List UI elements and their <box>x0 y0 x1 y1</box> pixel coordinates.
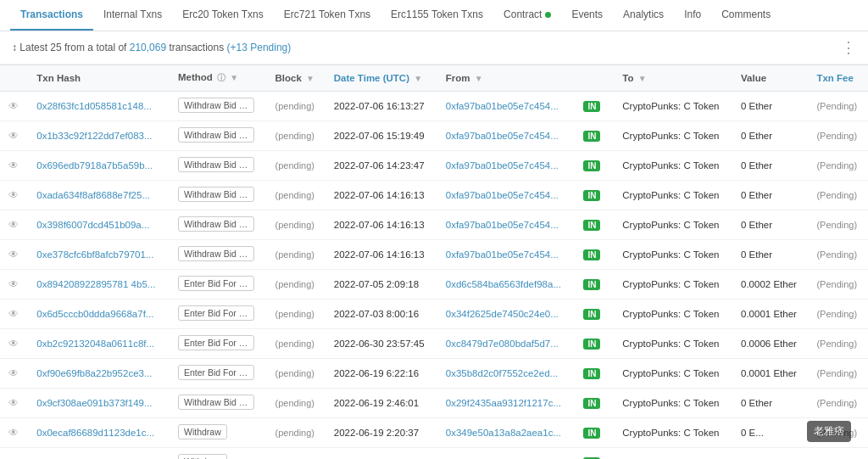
from-address-link[interactable]: 0xfa97ba01be05e7c454... <box>446 131 559 141</box>
txn-hash-link[interactable]: 0xf90e69fb8a22b952ce3... <box>36 368 152 378</box>
hash-cell: 0xb2c92132048a0611c8f... <box>28 329 170 359</box>
eye-icon[interactable]: 👁 <box>8 249 19 260</box>
tab-erc1155-label: Erc1155 Token Txns <box>391 8 483 20</box>
from-cell: 0xfa97ba01be05e7c454... <box>437 210 576 240</box>
tab-contract[interactable]: Contract <box>493 0 561 31</box>
method-cell: Enter Bid For Pu... <box>170 299 267 329</box>
from-address-link[interactable]: 0xc8479d7e080bdaf5d7... <box>446 339 559 349</box>
eye-icon[interactable]: 👁 <box>8 219 19 231</box>
block-cell: (pending) <box>267 329 326 359</box>
txn-hash-link[interactable]: 0xada634f8af8688e7f25... <box>36 190 150 200</box>
eye-icon[interactable]: 👁 <box>8 130 19 142</box>
fee-value: (Pending) <box>816 339 857 349</box>
eye-icon[interactable]: 👁 <box>8 338 19 350</box>
eye-icon[interactable]: 👁 <box>8 367 19 379</box>
col-to: To ▼ <box>614 65 732 92</box>
watermark: 老雅痞 <box>807 421 851 442</box>
fee-value: (Pending) <box>816 220 857 230</box>
table-row: 👁 0xe378cfc6bf8afcb79701... Withdraw Bid… <box>0 240 868 270</box>
eye-icon[interactable]: 👁 <box>8 100 19 112</box>
block-value: (pending) <box>275 309 314 319</box>
from-address-link[interactable]: 0xfa97ba01be05e7c454... <box>446 160 559 171</box>
txn-hash-link[interactable]: 0xe378cfc6bf8afcb79701... <box>36 249 153 260</box>
table-row: 👁 0x1b33c92f122dd7ef083... Withdraw Bid … <box>0 121 868 151</box>
from-address-link[interactable]: 0xfa97ba01be05e7c454... <box>446 249 559 260</box>
txn-hash-link[interactable]: 0x28f63fc1d058581c148... <box>36 101 152 111</box>
tab-erc1155[interactable]: Erc1155 Token Txns <box>381 0 493 31</box>
from-address-link[interactable]: 0xfa97ba01be05e7c454... <box>446 101 559 111</box>
datetime-cell: 2022-06-19 2:46:01 <box>326 389 437 418</box>
tab-contract-label: Contract <box>504 8 542 20</box>
txn-hash-link[interactable]: 0x6d5cccb0ddda9668a7f... <box>36 309 153 319</box>
eye-icon[interactable]: 👁 <box>8 160 19 171</box>
col-datetime[interactable]: Date Time (UTC) ▼ <box>326 65 437 92</box>
method-filter-icon[interactable]: ▼ <box>230 73 238 82</box>
from-address-link[interactable]: 0x349e50a13a8a2aea1c... <box>446 428 561 438</box>
tab-events[interactable]: Events <box>561 0 613 31</box>
method-cell: Enter Bid For Pu... <box>170 359 267 389</box>
direction-cell: IN <box>575 359 614 389</box>
from-filter-icon[interactable]: ▼ <box>475 74 483 83</box>
in-badge: IN <box>583 249 600 260</box>
eye-cell: 👁 <box>0 210 28 240</box>
txn-hash-link[interactable]: 0x894208922895781 4b5... <box>36 279 155 289</box>
block-value: (pending) <box>275 131 314 141</box>
eye-icon[interactable]: 👁 <box>8 278 19 290</box>
in-badge: IN <box>583 279 600 290</box>
from-cell: 0xfa97ba01be05e7c454... <box>437 151 576 181</box>
datetime-cell: 2022-07-06 14:16:13 <box>326 240 437 270</box>
value-cell: 0 Ether <box>732 210 808 240</box>
tab-info[interactable]: Info <box>674 0 711 31</box>
eye-icon[interactable]: 👁 <box>8 189 19 201</box>
method-badge: Withdraw Bid For... <box>178 98 254 113</box>
eye-cell: 👁 <box>0 329 28 359</box>
kebab-menu[interactable]: ⋮ <box>841 38 856 57</box>
txn-hash-link[interactable]: 0x9cf308ae091b373f149... <box>36 398 152 408</box>
eye-icon[interactable]: 👁 <box>8 397 19 409</box>
block-value: (pending) <box>275 279 314 289</box>
tab-erc20[interactable]: Erc20 Token Txns <box>172 0 274 31</box>
from-address-link[interactable]: 0xfa97ba01be05e7c454... <box>446 190 559 200</box>
from-cell: 0x34f2625de7450c24e0... <box>437 299 576 329</box>
value-cell: 0 Ether <box>732 181 808 210</box>
tab-transactions[interactable]: Transactions <box>10 0 93 31</box>
txn-hash-link[interactable]: 0xb2c92132048a0611c8f... <box>36 339 154 349</box>
eye-cell: 👁 <box>0 418 28 448</box>
eye-icon[interactable]: 👁 <box>8 427 19 439</box>
block-value: (pending) <box>275 398 314 408</box>
txn-hash-link[interactable]: 0x1b33c92f122dd7ef083... <box>36 131 152 141</box>
txn-hash-link[interactable]: 0x696edb7918a7b5a59b... <box>36 160 153 171</box>
tab-erc721[interactable]: Erc721 Token Txns <box>274 0 381 31</box>
summary-total-link[interactable]: 210,069 <box>130 42 166 53</box>
datetime-filter-icon[interactable]: ▼ <box>414 74 422 83</box>
block-cell: (pending) <box>267 359 326 389</box>
from-address-link[interactable]: 0xd6c584ba6563fdef98a... <box>446 279 561 289</box>
hash-cell: 0x0ecaf86689d1123de1c... <box>28 418 170 448</box>
value-cell: 0 Ether <box>732 151 808 181</box>
txn-hash-link[interactable]: 0x0ecaf86689d1123de1c... <box>36 428 154 438</box>
eye-icon[interactable]: 👁 <box>8 308 19 320</box>
tab-internal-txns[interactable]: Internal Txns <box>93 0 172 31</box>
from-address-link[interactable]: 0x34f2625de7450c24e0... <box>446 309 559 319</box>
tab-comments[interactable]: Comments <box>711 0 781 31</box>
block-cell: (pending) <box>267 270 326 299</box>
to-cell: CryptoPunks: C Token <box>614 121 732 151</box>
block-filter-icon[interactable]: ▼ <box>306 74 314 83</box>
eye-cell: 👁 <box>0 359 28 389</box>
hash-cell: 0xe378cfc6bf8afcb79701... <box>28 240 170 270</box>
tab-analytics[interactable]: Analytics <box>613 0 674 31</box>
hash-cell: 0xf90e69fb8a22b952ce3... <box>28 359 170 389</box>
from-address-link[interactable]: 0x29f2435aa9312f1217c... <box>446 398 561 408</box>
hash-cell: 0x894208922895781 4b5... <box>28 270 170 299</box>
col-txn-fee: Txn Fee <box>808 65 868 92</box>
from-address-link[interactable]: 0xfa97ba01be05e7c454... <box>446 220 559 230</box>
method-cell: Withdraw Bid For... <box>170 389 267 418</box>
from-address-link[interactable]: 0x35b8d2c0f7552ce2ed... <box>446 368 558 378</box>
block-cell: (pending) <box>267 240 326 270</box>
in-badge: IN <box>583 398 600 409</box>
to-filter-icon[interactable]: ▼ <box>638 74 647 83</box>
datetime-cell: 2022-07-06 14:23:47 <box>326 151 437 181</box>
txn-hash-link[interactable]: 0x398f6007dcd451b09a... <box>36 220 149 230</box>
hash-cell: 0x9cf308ae091b373f149... <box>28 389 170 418</box>
from-cell: 0xd6c584ba6563fdef98a... <box>437 270 576 299</box>
